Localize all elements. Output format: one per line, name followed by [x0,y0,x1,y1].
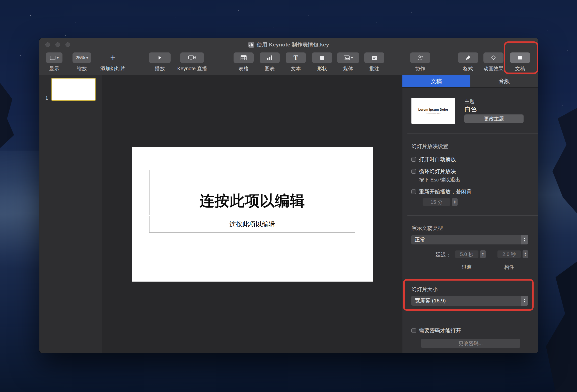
transition-delay-stepper[interactable]: ▲▼ [480,250,486,258]
idle-time-field[interactable]: 15 分 [422,198,451,206]
play-button[interactable] [149,52,171,63]
slide-canvas-area: 连按此项以编辑 连按此项以编辑 [102,75,402,353]
text-icon: T [294,54,298,62]
shape-button[interactable] [312,52,332,63]
subtitle-placeholder-text: 连按此项以编辑 [230,220,275,229]
view-button[interactable]: ▾ [46,52,62,63]
zoom-value: 25% [76,55,85,60]
zoom-button[interactable]: 25% ▾ [73,52,91,63]
table-button[interactable] [234,52,254,63]
comment-icon [372,55,377,60]
slide-size-value: 宽屏幕 (16:9) [411,297,521,304]
change-theme-button[interactable]: 更改主题 [464,114,524,123]
slide-navigator: 1 [39,75,102,353]
delay-label: 延迟： [422,251,451,258]
keynote-live-icon [188,55,196,60]
restart-checkbox[interactable] [411,189,416,194]
slide-thumbnail[interactable] [51,78,96,101]
document-panel-icon [518,56,523,60]
format-button[interactable] [458,52,478,63]
square-shape-icon [320,55,324,60]
subtitle-placeholder-box[interactable]: 连按此项以编辑 [149,216,355,233]
presentation-type-dropdown[interactable]: 正常 ▲▼ [411,235,528,244]
loop-checkbox[interactable] [411,169,416,174]
comment-button[interactable] [364,52,384,63]
build-label: 构件 [497,264,521,271]
format-label: 格式 [463,65,473,72]
restart-row: 重新开始播放，若闲置 [411,188,472,195]
autoplay-row: 打开时自动播放 [411,156,456,163]
media-button[interactable]: ▾ [337,52,359,63]
keynote-live-button[interactable] [180,52,204,63]
dropdown-stepper-icon: ▲▼ [521,235,528,244]
table-label: 表格 [239,65,249,72]
divider [407,319,538,319]
animate-button[interactable] [483,52,503,63]
theme-thumbnail-title: Lorem Ipsum Dolor [418,108,448,111]
autoplay-checkbox[interactable] [411,157,416,162]
comment-label: 批注 [369,65,379,72]
wallpaper-cliff-left [0,83,18,148]
divider [407,276,538,276]
collaborate-button[interactable] [410,52,430,63]
photo-icon [344,55,350,60]
toolbar-item-comment: 批注 [364,52,384,72]
build-delay-stepper[interactable]: ▲▼ [523,250,528,258]
document-inspector: 文稿 音频 Lorem Ipsum Dolor Lorem ipsum dolo… [402,75,538,353]
toolbar-item-table: 表格 [234,52,254,72]
slide-size-header: 幻灯片大小 [411,286,438,293]
layout-view-icon [50,56,55,60]
toolbar-item-chart: 图表 [260,52,280,72]
theme-name: 白色 [465,105,477,113]
presentation-type-header: 演示文稿类型 [411,225,443,232]
divider [407,133,538,134]
divider [407,215,538,216]
table-icon [241,55,247,60]
theme-thumbnail-subtitle: Lorem ipsum dolor [426,112,441,114]
toolbar-item-play: 播放 [149,52,171,72]
chevron-down-icon: ▾ [57,56,59,59]
build-delay-field[interactable]: 2.0 秒 [497,250,521,258]
transition-label: 过渡 [455,264,479,271]
idle-time-stepper[interactable]: ▲▼ [452,198,458,206]
toolbar-item-animate: 动画效果 [483,52,503,72]
chart-button[interactable] [260,52,280,63]
inspector-tabs: 文稿 音频 [402,75,538,88]
toolbar-item-zoom: 25% ▾ 缩放 [73,52,91,72]
autoplay-label: 打开时自动播放 [419,156,456,163]
plus-icon: + [110,53,116,62]
add-slide-button[interactable]: + [105,52,121,63]
toolbar-item-view: ▾ 显示 [46,52,62,72]
window-content: 1 连按此项以编辑 连按此项以编辑 文稿 音频 [39,75,538,353]
toolbar-item-text: T 文本 [286,52,306,72]
window-title: 使用 Keynote 制作表情包.key [257,41,329,48]
view-label: 显示 [49,65,59,72]
tab-audio[interactable]: 音频 [470,75,538,87]
person-add-icon [417,55,423,60]
toolbar-item-collaborate: 协作 [410,52,430,72]
keynote-window: 使用 Keynote 制作表情包.key ▾ 显示 25% ▾ 缩放 [39,38,538,353]
password-checkbox[interactable] [411,328,416,333]
document-button[interactable] [510,52,530,63]
document-label: 文稿 [515,65,525,72]
title-placeholder-text: 连按此项以编辑 [200,191,305,211]
slide-size-dropdown[interactable]: 宽屏幕 (16:9) ▲▼ [411,296,528,306]
wallpaper-stars [0,0,1,1]
tab-document[interactable]: 文稿 [402,75,470,87]
change-password-button[interactable]: 更改密码... [421,339,520,348]
transition-delay-field[interactable]: 5.0 秒 [455,250,479,258]
dropdown-stepper-icon: ▲▼ [521,296,528,306]
toolbar-item-keynote-live: Keynote 直播 [177,52,207,72]
keynote-live-label: Keynote 直播 [177,65,207,72]
slide-canvas[interactable]: 连按此项以编辑 连按此项以编辑 [132,147,373,282]
toolbar-item-shape: 形状 [312,52,332,72]
text-button[interactable]: T [286,52,306,63]
keynote-document-icon [248,42,254,48]
theme-thumbnail[interactable]: Lorem Ipsum Dolor Lorem ipsum dolor [411,98,455,124]
slideshow-settings-header: 幻灯片放映设置 [411,143,448,150]
paintbrush-icon [466,55,471,60]
password-label: 需要密码才能打开 [419,327,461,334]
title-placeholder-box[interactable]: 连按此项以编辑 [149,170,355,215]
chart-label: 图表 [265,65,275,72]
diamond-icon [491,55,496,60]
